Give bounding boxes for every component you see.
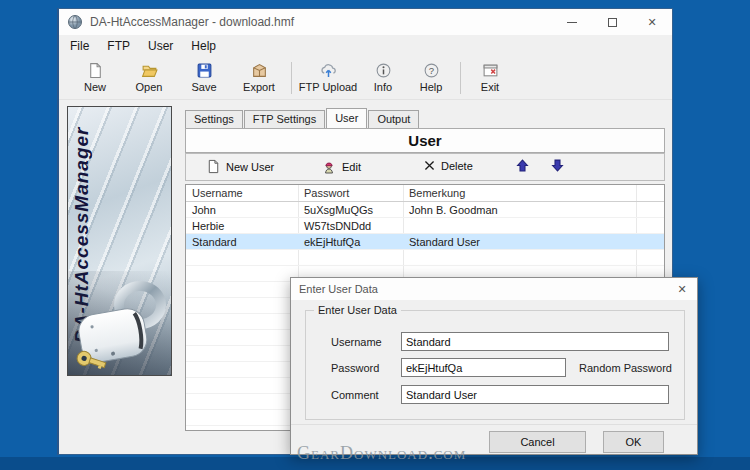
page-title: User bbox=[185, 128, 665, 153]
question-circle-icon: ? bbox=[423, 62, 440, 79]
tab-user[interactable]: User bbox=[326, 108, 367, 128]
watermark: GearDownload.com bbox=[297, 443, 466, 464]
title-bar: DA-HtAccessManager - download.hmf ✕ bbox=[59, 9, 672, 35]
new-label: New bbox=[84, 81, 106, 93]
help-label: Help bbox=[420, 81, 443, 93]
table-header-row: Username Passwort Bemerkung bbox=[186, 185, 664, 202]
tab-output[interactable]: Output bbox=[368, 110, 419, 128]
cell-comment: John B. Goodman bbox=[409, 202, 498, 218]
comment-label: Comment bbox=[331, 389, 379, 401]
blank-page-icon bbox=[206, 159, 221, 174]
padlock-photo bbox=[68, 271, 171, 375]
new-user-label: New User bbox=[226, 161, 274, 173]
window-title: DA-HtAccessManager - download.hmf bbox=[90, 15, 294, 29]
edit-label: Edit bbox=[342, 161, 361, 173]
minimize-icon bbox=[567, 22, 577, 23]
info-button[interactable]: Info bbox=[360, 58, 406, 98]
menu-help[interactable]: Help bbox=[182, 35, 225, 56]
close-icon: ✕ bbox=[677, 283, 686, 296]
column-header-username: Username bbox=[192, 185, 243, 202]
cell-password: W57tsDNDdd bbox=[304, 218, 371, 234]
delete-user-button[interactable]: Delete bbox=[423, 159, 473, 172]
app-globe-icon bbox=[67, 14, 83, 30]
maximize-icon bbox=[608, 18, 617, 27]
user-actions-bar: New User Edit Delete bbox=[185, 153, 665, 181]
tab-settings[interactable]: Settings bbox=[185, 110, 243, 128]
blank-page-icon bbox=[87, 62, 104, 79]
move-down-button[interactable] bbox=[551, 159, 564, 172]
move-up-button[interactable] bbox=[516, 159, 529, 172]
svg-text:?: ? bbox=[428, 65, 433, 76]
tab-ftp-settings[interactable]: FTP Settings bbox=[244, 110, 325, 128]
column-header-passwort: Passwort bbox=[304, 185, 349, 202]
username-label: Username bbox=[331, 336, 382, 348]
cell-password: ekEjHtufQa bbox=[304, 234, 360, 250]
table-row-selected[interactable]: Standard ekEjHtufQa Standard User bbox=[186, 234, 664, 250]
help-button[interactable]: ? Help bbox=[406, 58, 456, 98]
down-arrow-icon bbox=[551, 159, 564, 172]
cell-password: 5uXsgMuQGs bbox=[304, 202, 373, 218]
group-title: Enter User Data bbox=[314, 304, 401, 316]
cell-comment: Standard User bbox=[409, 234, 480, 250]
toolbar: New Open Save Export bbox=[59, 56, 672, 100]
save-button[interactable]: Save bbox=[177, 58, 231, 98]
package-icon bbox=[251, 62, 268, 79]
enter-user-data-dialog: Enter User Data ✕ Enter User Data Userna… bbox=[290, 277, 698, 455]
password-label: Password bbox=[331, 362, 379, 374]
up-arrow-icon bbox=[516, 159, 529, 172]
cell-username: Standard bbox=[192, 234, 237, 250]
close-icon: ✕ bbox=[647, 16, 656, 29]
caption-buttons: ✕ bbox=[552, 9, 672, 35]
toolbar-separator bbox=[291, 62, 292, 94]
info-circle-icon bbox=[375, 62, 392, 79]
open-folder-icon bbox=[141, 62, 158, 79]
ok-button[interactable]: OK bbox=[603, 431, 664, 453]
exit-button[interactable]: Exit bbox=[465, 58, 515, 98]
cloud-upload-icon bbox=[320, 62, 337, 79]
exit-label: Exit bbox=[481, 81, 499, 93]
edit-user-button[interactable]: Edit bbox=[321, 159, 361, 175]
random-password-label: Random Password bbox=[579, 362, 672, 374]
exit-window-icon bbox=[482, 62, 499, 79]
dialog-title: Enter User Data bbox=[299, 283, 378, 295]
cell-username: John bbox=[192, 202, 216, 218]
desktop: DA-HtAccessManager - download.hmf ✕ File… bbox=[0, 0, 750, 470]
comment-field[interactable] bbox=[401, 385, 669, 404]
save-label: Save bbox=[191, 81, 216, 93]
dialog-title-bar: Enter User Data ✕ bbox=[291, 278, 697, 300]
cell-username: Herbie bbox=[192, 218, 224, 234]
ftp-upload-button[interactable]: FTP Upload bbox=[296, 58, 360, 98]
empty-row bbox=[186, 250, 664, 266]
maximize-button[interactable] bbox=[592, 9, 632, 35]
username-field[interactable] bbox=[401, 332, 669, 351]
ftp-upload-label: FTP Upload bbox=[299, 81, 358, 93]
x-icon bbox=[423, 159, 436, 172]
password-field[interactable] bbox=[401, 358, 566, 377]
open-label: Open bbox=[136, 81, 163, 93]
close-button[interactable]: ✕ bbox=[632, 9, 672, 35]
menu-ftp[interactable]: FTP bbox=[98, 35, 139, 56]
column-header-bemerkung: Bemerkung bbox=[409, 185, 465, 202]
new-user-button[interactable]: New User bbox=[206, 159, 274, 174]
floppy-disk-icon bbox=[196, 62, 213, 79]
minimize-button[interactable] bbox=[552, 9, 592, 35]
open-button[interactable]: Open bbox=[121, 58, 177, 98]
dialog-close-button[interactable]: ✕ bbox=[667, 278, 697, 300]
new-button[interactable]: New bbox=[69, 58, 121, 98]
menu-bar: File FTP User Help bbox=[61, 35, 672, 56]
table-row[interactable]: Herbie W57tsDNDdd bbox=[186, 218, 664, 234]
info-label: Info bbox=[374, 81, 392, 93]
app-banner: DA-HtAccessManager bbox=[67, 106, 172, 376]
export-button[interactable]: Export bbox=[231, 58, 287, 98]
delete-label: Delete bbox=[441, 160, 473, 172]
table-row[interactable]: John 5uXsgMuQGs John B. Goodman bbox=[186, 202, 664, 218]
person-icon bbox=[321, 159, 337, 175]
toolbar-separator bbox=[460, 62, 461, 94]
menu-user[interactable]: User bbox=[139, 35, 182, 56]
cancel-button[interactable]: Cancel bbox=[489, 431, 586, 453]
tab-strip: Settings FTP Settings User Output bbox=[185, 108, 665, 128]
padlock-icon bbox=[70, 271, 170, 375]
export-label: Export bbox=[243, 81, 275, 93]
menu-file[interactable]: File bbox=[61, 35, 98, 56]
